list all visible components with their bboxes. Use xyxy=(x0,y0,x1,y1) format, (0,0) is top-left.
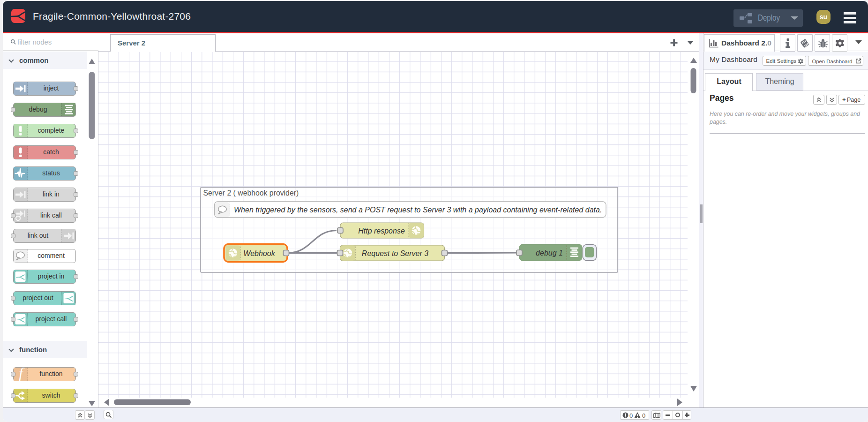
svg-text:Server 2 ( webhook provider): Server 2 ( webhook provider) xyxy=(203,189,299,197)
svg-text:debug 1: debug 1 xyxy=(536,249,563,257)
svg-text:f: f xyxy=(19,368,25,381)
svg-text:Http response: Http response xyxy=(358,227,405,235)
svg-text:Webhook: Webhook xyxy=(243,249,275,257)
svg-text:Request to Server 3: Request to Server 3 xyxy=(362,249,428,257)
svg-text:When triggered by the sensors,: When triggered by the sensors, send a PO… xyxy=(234,206,602,214)
